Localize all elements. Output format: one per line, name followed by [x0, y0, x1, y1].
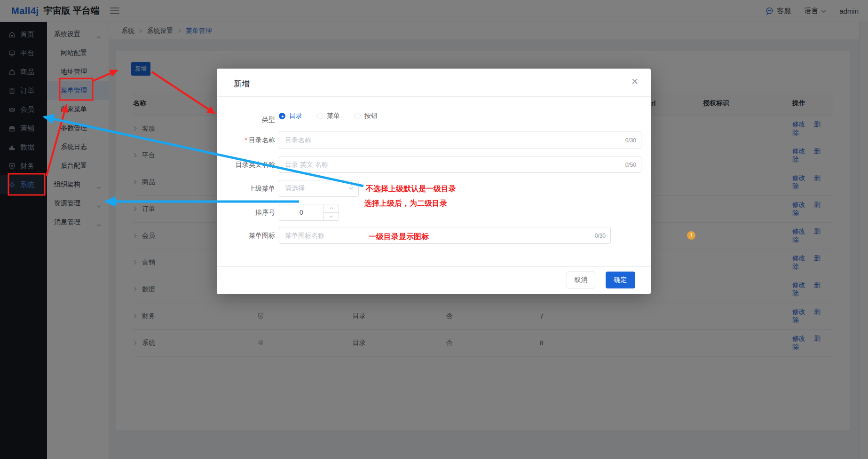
confirm-button[interactable]: 确定: [606, 272, 635, 288]
radio-directory[interactable]: 目录: [279, 112, 302, 120]
char-counter: 0/30: [593, 233, 606, 239]
directory-en-name-input[interactable]: [279, 156, 641, 172]
radio-unselected-icon: [354, 113, 361, 119]
dialog-title: 新增: [234, 78, 250, 89]
directory-name-input[interactable]: [279, 132, 641, 148]
cancel-button[interactable]: 取消: [567, 272, 595, 288]
char-counter: 0/30: [623, 137, 636, 144]
form-row-icon: 菜单图标 0/30 !: [217, 227, 611, 244]
required-asterisk: *: [245, 136, 247, 144]
menu-icon-input[interactable]: [279, 227, 610, 243]
stepper-up-button[interactable]: [324, 204, 339, 213]
number-stepper: [324, 204, 339, 220]
chevron-down-icon: [348, 187, 354, 190]
app-root: Mall4j 宇宙版 平台端 客服 语言 admin 首页: [0, 0, 868, 459]
stepper-down-button[interactable]: [324, 213, 339, 221]
chevron-up-icon: [329, 207, 333, 210]
parent-menu-select[interactable]: 请选择: [279, 180, 359, 197]
form-row-type: 类型 目录 菜单 按钮: [217, 111, 378, 128]
chevron-down-icon: [329, 215, 333, 218]
radio-unselected-icon: [316, 113, 323, 119]
form-row-en-name: 目录英文名称 0/50: [217, 156, 641, 173]
close-icon[interactable]: ✕: [631, 77, 639, 86]
form-row-parent: 上级菜单 请选择: [217, 180, 359, 197]
char-counter: 0/50: [623, 162, 636, 168]
radio-button-type[interactable]: 按钮: [354, 112, 378, 120]
form-row-sort: 排序号 0: [217, 204, 339, 221]
radio-menu[interactable]: 菜单: [316, 112, 340, 120]
sort-number-input[interactable]: 0: [279, 204, 339, 221]
add-menu-dialog: 新增 ✕ 类型 目录 菜单 按钮 *目录名称 0/30 目录英文名称: [217, 69, 651, 294]
form-row-name: *目录名称 0/30: [217, 132, 641, 148]
warning-icon: !: [687, 231, 695, 240]
radio-selected-icon: [279, 113, 285, 119]
